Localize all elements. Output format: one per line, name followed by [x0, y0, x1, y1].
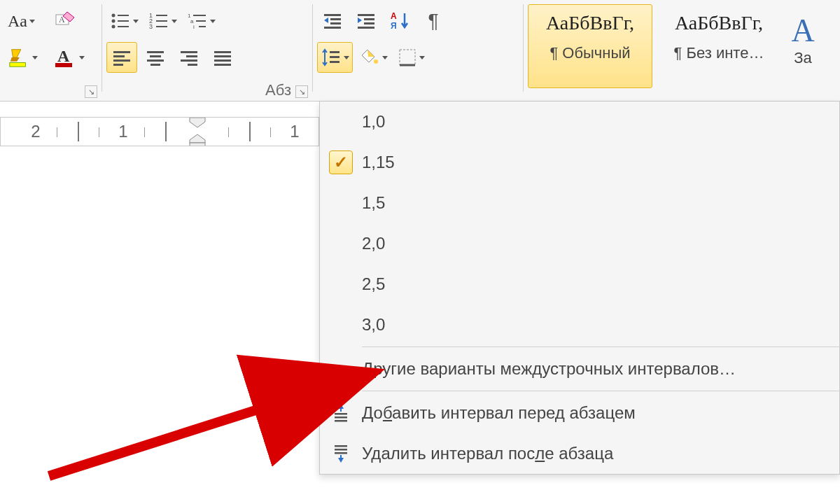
style-heading-partial[interactable]: А За [785, 4, 820, 88]
svg-rect-43 [358, 14, 374, 16]
style-sample: АаБбВвГг, [662, 12, 776, 34]
svg-rect-40 [330, 18, 341, 20]
align-left-button[interactable] [106, 42, 137, 73]
styles-gallery: АаБбВвГг, ¶ Обычный АаБбВвГг, ¶ Без инте… [524, 0, 825, 92]
sort-button[interactable]: АЯ [384, 6, 415, 36]
numbering-button[interactable]: 123 [145, 6, 181, 36]
svg-rect-16 [156, 26, 167, 27]
style-sample: АаБбВвГг, [533, 12, 648, 34]
svg-rect-42 [324, 27, 341, 29]
shading-button[interactable] [356, 42, 391, 73]
svg-rect-33 [181, 59, 197, 62]
menu-item-1.5[interactable]: 1,5 [320, 183, 839, 223]
style-sample: А [786, 12, 820, 49]
svg-rect-6 [118, 15, 129, 16]
svg-rect-18 [193, 15, 206, 16]
svg-rect-50 [330, 56, 340, 58]
paragraph-group-label: Абз [102, 81, 294, 99]
font-color-button[interactable]: A [50, 42, 88, 73]
svg-rect-41 [330, 22, 341, 24]
svg-rect-59 [335, 420, 347, 422]
paragraph-group-2: АЯ ¶ [313, 0, 523, 101]
svg-rect-14 [156, 20, 167, 22]
menu-item-3.0[interactable]: 3,0 [320, 304, 839, 345]
svg-rect-25 [113, 59, 130, 62]
chevron-down-icon [133, 20, 139, 23]
svg-rect-8 [118, 20, 129, 22]
font-group-2: A A ↘ [46, 0, 102, 101]
check-icon: ✓ [329, 150, 353, 174]
svg-rect-55 [190, 143, 205, 146]
style-name: За [786, 49, 820, 67]
bullets-button[interactable] [106, 6, 142, 36]
line-spacing-menu: 1,0 ✓ 1,15 1,5 2,0 2,5 3,0 Другие вариан… [319, 102, 840, 475]
svg-rect-0 [10, 63, 26, 67]
font-dialog-launcher[interactable]: ↘ [85, 85, 97, 98]
remove-space-after-icon [330, 443, 351, 464]
ruler-label: 2 [31, 122, 40, 141]
svg-rect-37 [214, 59, 231, 62]
menu-item-other-spacing[interactable]: Другие варианты междустрочных интервалов… [320, 349, 839, 389]
menu-item-2.5[interactable]: 2,5 [320, 264, 839, 304]
menu-item-1.0[interactable]: 1,0 [320, 102, 839, 142]
style-no-spacing[interactable]: АаБбВвГг, ¶ Без инте… [657, 4, 781, 88]
svg-rect-60 [335, 445, 347, 447]
menu-item-remove-after[interactable]: Удалить интервал после абзаца [320, 433, 839, 474]
svg-rect-53 [400, 50, 415, 65]
paragraph-group: 123 1ai Абз ↘ [102, 0, 312, 101]
svg-rect-44 [364, 18, 374, 20]
svg-rect-26 [113, 64, 123, 66]
first-line-indent-marker[interactable] [188, 117, 206, 129]
svg-rect-28 [150, 55, 161, 57]
svg-rect-22 [199, 26, 206, 27]
svg-rect-31 [181, 51, 197, 53]
svg-line-64 [49, 378, 357, 476]
chevron-down-icon [382, 56, 388, 59]
svg-point-52 [374, 59, 378, 64]
ruler-label: 1 [118, 122, 127, 141]
line-spacing-button[interactable] [317, 42, 353, 73]
ruler-label: 1 [290, 122, 299, 141]
ruler[interactable]: 2 1 1 [0, 117, 319, 146]
style-name: ¶ Без инте… [662, 44, 776, 62]
svg-text:3: 3 [149, 23, 153, 30]
svg-rect-45 [364, 22, 374, 24]
menu-item-2.0[interactable]: 2,0 [320, 223, 839, 264]
paragraph-dialog-launcher[interactable]: ↘ [295, 85, 308, 98]
borders-button[interactable] [394, 42, 428, 73]
decrease-indent-button[interactable] [317, 6, 348, 36]
style-name: ¶ Обычный [533, 44, 648, 62]
svg-rect-61 [335, 449, 347, 451]
font-group: Aa [0, 0, 46, 101]
chevron-down-icon [29, 20, 35, 23]
change-case-button[interactable]: Aa [4, 6, 38, 36]
svg-rect-32 [186, 55, 197, 57]
chevron-down-icon [419, 56, 425, 59]
menu-item-1.15[interactable]: ✓ 1,15 [320, 142, 839, 183]
show-paragraph-marks-button[interactable]: ¶ [418, 6, 449, 36]
svg-rect-38 [214, 64, 231, 66]
svg-rect-51 [330, 61, 340, 63]
multilevel-list-button[interactable]: 1ai [183, 6, 219, 36]
hanging-indent-marker[interactable] [188, 133, 206, 146]
align-justify-button[interactable] [207, 42, 238, 73]
svg-rect-4 [55, 63, 72, 67]
svg-point-7 [112, 20, 115, 23]
align-center-button[interactable] [140, 42, 171, 73]
menu-item-add-before[interactable]: Добавить интервал перед абзацем [320, 393, 839, 433]
svg-rect-49 [330, 51, 340, 53]
increase-indent-button[interactable] [351, 6, 382, 36]
align-right-button[interactable] [174, 42, 204, 73]
style-normal[interactable]: АаБбВвГг, ¶ Обычный [528, 4, 652, 88]
add-space-before-icon [330, 402, 351, 424]
ribbon: Aa A A ↘ [0, 0, 840, 102]
svg-rect-35 [214, 51, 231, 53]
svg-text:i: i [193, 24, 195, 30]
svg-text:А: А [391, 11, 397, 21]
chevron-down-icon [79, 56, 85, 59]
clear-formatting-button[interactable]: A [50, 6, 80, 36]
text-highlight-button[interactable] [4, 42, 41, 73]
chevron-down-icon [172, 20, 177, 23]
svg-rect-24 [113, 55, 125, 57]
svg-rect-36 [214, 55, 231, 57]
